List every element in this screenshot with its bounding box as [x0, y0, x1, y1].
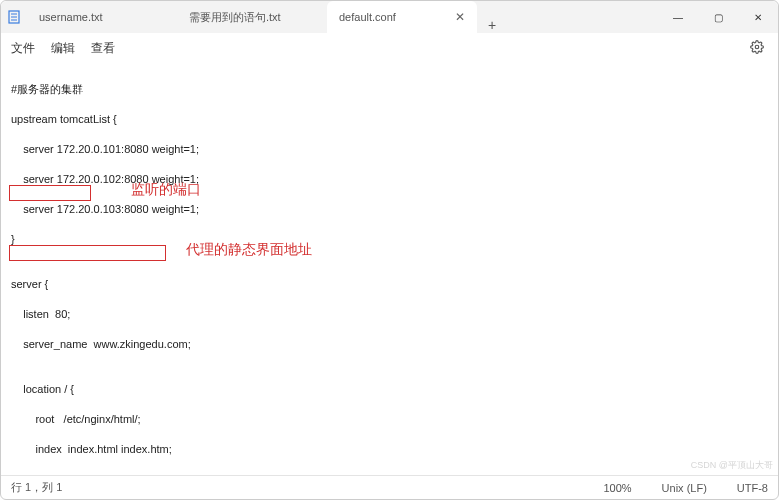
- highlight-box-root: [9, 245, 166, 261]
- code-line: location / {: [11, 382, 768, 397]
- menu-edit[interactable]: 编辑: [51, 40, 75, 57]
- highlight-box-listen: [9, 185, 91, 201]
- tab-default-conf[interactable]: default.conf✕: [327, 1, 477, 33]
- minimize-button[interactable]: —: [658, 1, 698, 33]
- maximize-button[interactable]: ▢: [698, 1, 738, 33]
- status-position: 行 1，列 1: [11, 480, 62, 495]
- code-line: #服务器的集群: [11, 82, 768, 97]
- status-bar: 行 1，列 1 100% Unix (LF) UTF-8: [1, 475, 778, 499]
- tab-username[interactable]: username.txt: [27, 1, 177, 33]
- close-icon[interactable]: ✕: [443, 10, 465, 24]
- status-eol[interactable]: Unix (LF): [662, 482, 707, 494]
- annotation-root: 代理的静态界面地址: [186, 242, 312, 257]
- code-line: listen 80;: [11, 307, 768, 322]
- window-controls: — ▢ ✕: [658, 1, 778, 33]
- code-line: root /etc/nginx/html/;: [11, 412, 768, 427]
- code-line: server {: [11, 277, 768, 292]
- app-icon: [1, 1, 27, 33]
- code-line: server_name www.zkingedu.com;: [11, 337, 768, 352]
- status-zoom[interactable]: 100%: [603, 482, 631, 494]
- code-line: server 172.20.0.101:8080 weight=1;: [11, 142, 768, 157]
- close-button[interactable]: ✕: [738, 1, 778, 33]
- tab-sql[interactable]: 需要用到的语句.txt: [177, 1, 327, 33]
- notepad-window: username.txt 需要用到的语句.txt default.conf✕ +…: [0, 0, 779, 500]
- editor-area[interactable]: #服务器的集群 upstream tomcatList { server 172…: [1, 63, 778, 475]
- settings-icon[interactable]: [750, 40, 764, 57]
- watermark: CSDN @平顶山大哥: [691, 459, 773, 472]
- svg-point-4: [755, 45, 759, 49]
- tab-label: username.txt: [39, 11, 103, 23]
- menu-file[interactable]: 文件: [11, 40, 35, 57]
- menu-view[interactable]: 查看: [91, 40, 115, 57]
- code-line: }: [11, 472, 768, 475]
- status-encoding[interactable]: UTF-8: [737, 482, 768, 494]
- new-tab-button[interactable]: +: [477, 17, 507, 33]
- code-line: upstream tomcatList {: [11, 112, 768, 127]
- title-bar: username.txt 需要用到的语句.txt default.conf✕ +…: [1, 1, 778, 33]
- tab-label: default.conf: [339, 11, 396, 23]
- annotation-listen: 监听的端口: [131, 182, 201, 197]
- code-line: server 172.20.0.102:8080 weight=1;: [11, 172, 768, 187]
- menu-bar: 文件 编辑 查看: [1, 33, 778, 63]
- code-line: index index.html index.htm;: [11, 442, 768, 457]
- code-line: server 172.20.0.103:8080 weight=1;: [11, 202, 768, 217]
- tab-label: 需要用到的语句.txt: [189, 10, 281, 25]
- tab-strip: username.txt 需要用到的语句.txt default.conf✕ +: [27, 1, 658, 33]
